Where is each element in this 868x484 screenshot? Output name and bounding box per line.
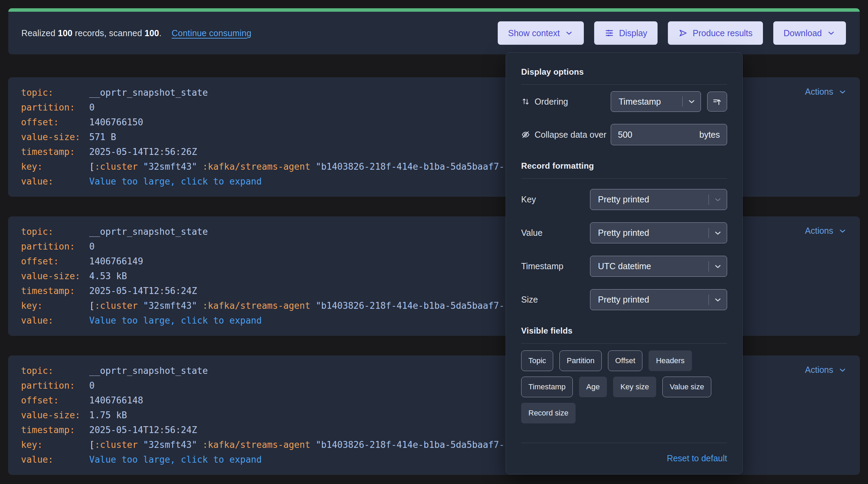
timestamp-field-value: 2025-05-14T12:56:24Z <box>89 286 197 296</box>
partition-field-label: partition: <box>21 378 89 393</box>
chevron-down-icon <box>713 295 722 304</box>
display-options-panel: Display options Ordering Timestamp Colla… <box>506 52 743 474</box>
format-select[interactable]: Pretty printed <box>590 222 727 243</box>
key-field-label: key: <box>21 159 89 174</box>
status-middle: records, scanned <box>75 28 142 38</box>
key-syntax-part: [ <box>89 161 95 172</box>
key-syntax-part: "b1403826-218f-414e-b1ba-5da5baaf7- <box>316 301 504 311</box>
value-size-field-value: 4.53 kB <box>89 271 127 281</box>
chevron-down-icon <box>687 97 696 106</box>
topic-field-value: __oprtr_snapshot_state <box>89 366 208 376</box>
divider <box>521 178 727 179</box>
partition-field-label: partition: <box>21 100 89 115</box>
record-formatting-rows: Key Pretty printed Value Pretty printed … <box>521 189 727 310</box>
download-button[interactable]: Download <box>773 21 846 45</box>
key-syntax-part <box>197 161 203 172</box>
ordering-row: Ordering Timestamp <box>521 91 727 112</box>
record-formatting-title: Record formatting <box>521 161 727 171</box>
record-actions-label: Actions <box>805 87 833 97</box>
key-field-value: [:cluster "32smft43" :kafka/streams-agen… <box>89 161 504 172</box>
format-row-label: Size <box>521 295 538 305</box>
collapse-bytes-unit: bytes <box>699 130 720 140</box>
format-row: Value Pretty printed <box>521 222 727 243</box>
continue-consuming-link[interactable]: Continue consuming <box>172 28 251 38</box>
sort-ascending-icon <box>712 96 722 107</box>
visible-field-chip[interactable]: Topic <box>521 350 553 371</box>
produce-results-button[interactable]: Produce results <box>668 21 763 45</box>
ordering-select[interactable]: Timestamp <box>611 91 701 112</box>
expand-value-link[interactable]: Value too large, click to expand <box>89 454 262 465</box>
format-select[interactable]: Pretty printed <box>590 189 727 210</box>
format-select[interactable]: Pretty printed <box>590 289 727 310</box>
visible-field-chip[interactable]: Key size <box>613 377 656 397</box>
visible-field-chip[interactable]: Offset <box>608 350 642 371</box>
visible-field-chip[interactable]: Record size <box>521 403 576 423</box>
visible-field-chip[interactable]: Timestamp <box>521 377 573 397</box>
format-select[interactable]: UTC datetime <box>590 256 727 277</box>
divider <box>521 84 727 85</box>
value-size-field-label: value-size: <box>21 408 89 423</box>
visible-field-chip[interactable]: Partition <box>559 350 602 371</box>
key-syntax-part: "32smft43" <box>143 161 197 172</box>
value-size-field-value: 1.75 kB <box>89 410 127 420</box>
chevron-down-icon <box>838 87 847 96</box>
key-syntax-part: :kafka/streams-agent <box>203 301 310 311</box>
download-label: Download <box>784 28 822 38</box>
consume-status-text: Realized 100 records, scanned 100. Conti… <box>21 28 251 38</box>
record-actions-button[interactable]: Actions <box>805 226 847 236</box>
visible-field-chip[interactable]: Value size <box>662 377 711 397</box>
key-syntax-part: "32smft43" <box>143 301 197 311</box>
collapse-bytes-input[interactable] <box>618 130 699 140</box>
value-size-field-label: value-size: <box>21 269 89 284</box>
format-selected-value: Pretty printed <box>590 194 709 204</box>
timestamp-field-label: timestamp: <box>21 423 89 438</box>
topic-field-value: __oprtr_snapshot_state <box>89 87 208 98</box>
display-button[interactable]: Display <box>594 21 658 45</box>
topic-field-label: topic: <box>21 85 89 100</box>
divider <box>521 443 727 443</box>
value-field-label: value: <box>21 313 89 328</box>
offset-field-label: offset: <box>21 393 89 408</box>
key-syntax-part <box>310 161 316 172</box>
chevron-down-icon <box>713 262 722 271</box>
status-period: . <box>159 28 162 38</box>
top-status-bar: Realized 100 records, scanned 100. Conti… <box>8 8 860 54</box>
key-syntax-part: :kafka/streams-agent <box>203 161 310 172</box>
expand-value-link[interactable]: Value too large, click to expand <box>89 176 262 187</box>
toolbar-buttons: Show context Display Produce results Dow… <box>498 21 846 45</box>
value-size-field-label: value-size: <box>21 130 89 145</box>
chevron-down-icon <box>565 29 574 38</box>
timestamp-field-value: 2025-05-14T12:56:24Z <box>89 425 197 435</box>
partition-field-value: 0 <box>89 241 95 252</box>
value-field-label: value: <box>21 452 89 467</box>
reset-row: Reset to default <box>521 453 727 463</box>
visible-field-chip[interactable]: Headers <box>649 350 692 371</box>
produce-results-label: Produce results <box>693 28 753 38</box>
reset-to-default-link[interactable]: Reset to default <box>667 453 727 463</box>
offset-field-value: 1406766148 <box>89 395 143 406</box>
visible-field-chip[interactable]: Age <box>579 377 607 397</box>
sliders-icon <box>604 28 614 38</box>
key-syntax-part: :cluster <box>95 161 138 172</box>
key-syntax-part <box>138 161 143 172</box>
record-actions-button[interactable]: Actions <box>805 87 847 97</box>
key-syntax-part <box>310 440 316 450</box>
key-syntax-part: :kafka/streams-agent <box>203 440 310 450</box>
format-row: Size Pretty printed <box>521 289 727 310</box>
ordering-label: Ordering <box>535 97 568 107</box>
record-actions-button[interactable]: Actions <box>805 365 847 375</box>
sort-arrows-icon <box>521 97 530 106</box>
offset-field-label: offset: <box>21 254 89 269</box>
show-context-button[interactable]: Show context <box>498 21 584 45</box>
expand-value-link[interactable]: Value too large, click to expand <box>89 315 262 326</box>
record-actions-label: Actions <box>805 365 833 375</box>
partition-field-value: 0 <box>89 102 95 113</box>
topic-field-label: topic: <box>21 364 89 378</box>
eye-off-icon <box>521 130 530 139</box>
key-syntax-part: "b1403826-218f-414e-b1ba-5da5baaf7- <box>316 161 504 172</box>
chevron-down-icon <box>827 29 836 38</box>
sort-direction-button[interactable] <box>707 92 727 112</box>
value-field-label: value: <box>21 174 89 189</box>
offset-field-value: 1406766149 <box>89 256 143 266</box>
chevron-down-icon <box>713 195 722 204</box>
